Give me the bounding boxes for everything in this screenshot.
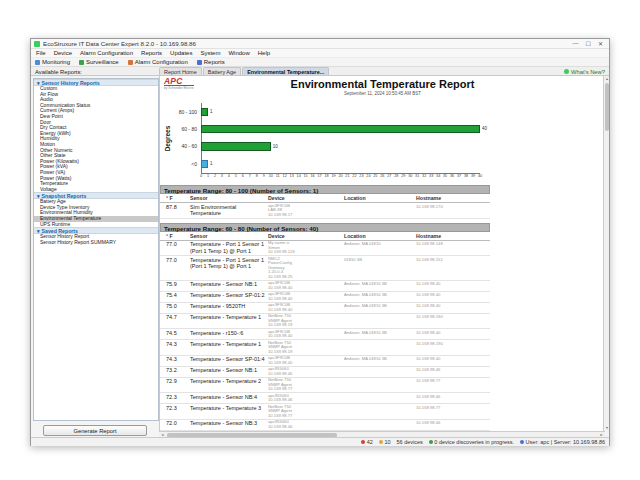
cell-location: 01810 3B xyxy=(344,257,414,280)
cell-hostname: 10.169.98.40 xyxy=(416,281,496,290)
chart-x-tick-label: 4 xyxy=(225,174,232,178)
cell-sensor: Temperature - r150-:6 xyxy=(190,330,266,339)
tab-report-home[interactable]: Report Home xyxy=(159,67,202,76)
cell-hostname: 10.169.98.40 xyxy=(416,356,496,365)
menu-bar: FileDeviceAlarm ConfigurationReportsUpda… xyxy=(31,49,609,58)
whats-new-link[interactable]: What's New? xyxy=(564,69,605,75)
menu-item-file[interactable]: File xyxy=(36,50,46,56)
cell-location xyxy=(344,367,414,376)
available-reports-label: Available Reports: xyxy=(35,69,82,75)
cell-device: apc3F9C0BLAB-9810.169.98.17 xyxy=(268,204,342,218)
table-row: 87.8Sim Environmental Temperatureapc3F9C… xyxy=(160,203,490,219)
status-bar: 421056 devices0 device discoveries in pr… xyxy=(31,437,609,446)
chart-x-tick-label: 18 xyxy=(323,174,330,178)
table-row: 73.2Temperature - Sensor NB:1apc95506010… xyxy=(160,367,490,378)
vertical-scrollbar[interactable]: ▲ ▼ xyxy=(603,76,609,431)
chart-x-tick-label: 16 xyxy=(309,174,316,178)
cell-sensor: Temperature - Temperature 2 xyxy=(190,378,266,392)
chart-bar-row: 40 - 6010 xyxy=(160,138,605,155)
cell-location: Andover, MA 01810 3B xyxy=(344,356,414,365)
chart-x-tick-label: 11 xyxy=(274,174,281,178)
chart-category-label: 40 - 60 xyxy=(160,143,197,149)
chart-x-tick-label: 22 xyxy=(351,174,358,178)
cell-device: apc3F9C0B10.169.98.40 xyxy=(268,303,342,312)
menu-item-updates[interactable]: Updates xyxy=(170,50,192,56)
chart-x-tick-label: 17 xyxy=(316,174,323,178)
chart-x-tick-label: 39 xyxy=(470,174,477,178)
discovery-icon xyxy=(429,440,433,444)
cell-location xyxy=(344,204,414,218)
table-row: 75.0Temperature - 9520THapc3F9C0B10.169.… xyxy=(160,303,490,314)
cell-temperature: 75.0 xyxy=(166,303,188,312)
chart-x-tick-label: 24 xyxy=(365,174,372,178)
cell-hostname: 10.169.98.77 xyxy=(416,378,496,392)
chart-category-label: <0 xyxy=(160,161,197,167)
cell-device: apc3F9C0B10.169.98.40 xyxy=(268,330,342,339)
cell-device: NetBotz 750SNMP Agent10.169.98.77 xyxy=(268,405,342,419)
table-row: 75.9Temperature - Sensor NB:1apc3F9C0B10… xyxy=(160,281,490,292)
menu-item-reports[interactable]: Reports xyxy=(141,50,162,56)
chart-x-tick-label: 21 xyxy=(344,174,351,178)
chart-x-tick-label: 36 xyxy=(449,174,456,178)
cell-location xyxy=(344,378,414,392)
scroll-up-icon[interactable]: ▲ xyxy=(604,76,610,82)
cell-location xyxy=(344,341,414,355)
menu-item-window[interactable]: Window xyxy=(228,50,249,56)
table-row: 74.7Temperature - Temperature 1NetBotz 7… xyxy=(160,314,490,330)
menu-item-help[interactable]: Help xyxy=(258,50,270,56)
chart-bar-value-label: 40 xyxy=(482,126,487,131)
column-header: Device xyxy=(268,233,342,239)
menu-item-device[interactable]: Device xyxy=(54,50,72,56)
chart-x-tick-label: 34 xyxy=(435,174,442,178)
cell-sensor: Temperature - Temperature 3 xyxy=(190,405,266,419)
minimize-button[interactable]: — xyxy=(573,40,579,47)
table-column-headers: ° FSensorDeviceLocationHostname xyxy=(160,194,490,203)
available-reports-panel: ▾Sensor History ReportsCustomAir FlowAud… xyxy=(33,78,159,421)
chart-x-tick-label: 8 xyxy=(253,174,260,178)
tab-battery-age[interactable]: Battery Age xyxy=(203,67,241,76)
perspective-surveillance[interactable]: Surveillance xyxy=(79,59,119,65)
perspective-reports[interactable]: Reports xyxy=(197,59,225,65)
status-item: 56 devices xyxy=(397,439,423,445)
column-header: Device xyxy=(268,195,342,201)
close-button[interactable]: ✕ xyxy=(598,40,603,47)
chart-x-tick-label: 15 xyxy=(302,174,309,178)
perspective-alarm-configuration[interactable]: Alarm Configuration xyxy=(128,59,188,65)
cell-device: apc3F9C0B10.169.98.40 xyxy=(268,281,342,290)
table-row: 72.9Temperature - Temperature 2NetBotz 7… xyxy=(160,378,490,394)
menu-item-alarm-configuration[interactable]: Alarm Configuration xyxy=(80,50,133,56)
cell-sensor: Temperature - Sensor NB:1 xyxy=(190,367,266,376)
sidebar-item-sensor-history-report-summary[interactable]: Sensor History Report SUMMARY xyxy=(34,240,158,246)
generate-report-button[interactable]: Generate Report xyxy=(43,425,147,436)
cell-temperature: 73.2 xyxy=(166,367,188,376)
cell-temperature: 87.8 xyxy=(166,204,188,218)
chart-x-tick-label: 30 xyxy=(407,174,414,178)
vertical-scroll-thumb[interactable] xyxy=(605,83,610,131)
chart-category-label: 60 - 80 xyxy=(160,126,197,132)
cell-device: NMC2PowerConfigGateway1.20.0.410.169.98.… xyxy=(268,257,342,280)
report-subtitle: September 11, 2024 10:50:45 AM BST xyxy=(160,91,605,96)
cell-location: Andover, MA 01810 3B xyxy=(344,281,414,290)
chart-x-tick-label: 7 xyxy=(246,174,253,178)
cell-temperature: 74.3 xyxy=(166,356,188,365)
maximize-button[interactable]: ☐ xyxy=(586,40,591,47)
cell-temperature: 74.3 xyxy=(166,341,188,355)
cell-sensor: Temperature - Port 1 Sensor 1 (Port 1 Te… xyxy=(190,257,266,280)
cell-temperature: 72.3 xyxy=(166,394,188,403)
cell-device: apc3F9C0B10.169.98.40 xyxy=(268,292,342,301)
menu-item-system[interactable]: System xyxy=(200,50,220,56)
report-tab-strip: Report HomeBattery AgeEnvironmental Temp… xyxy=(159,67,329,76)
status-item: 0 device discoveries in progress. xyxy=(429,439,514,445)
chart-x-tick-label: 37 xyxy=(456,174,463,178)
status-item: 42 xyxy=(361,439,373,445)
critical-icon xyxy=(361,440,365,444)
cell-hostname: 10.169.98.190 xyxy=(416,314,496,328)
cell-location xyxy=(344,405,414,419)
tab-environmental-temperature-[interactable]: Environmental Temperature... xyxy=(242,67,329,76)
user-icon xyxy=(520,440,524,444)
monitoring-icon xyxy=(35,60,40,65)
cell-location: Andover, MA 01810 3B xyxy=(344,330,414,339)
chart-x-tick-label: 23 xyxy=(358,174,365,178)
perspective-monitoring[interactable]: Monitoring xyxy=(35,59,70,65)
app-window: EcoStruxure IT Data Center Expert 8.2.0 … xyxy=(30,38,610,446)
